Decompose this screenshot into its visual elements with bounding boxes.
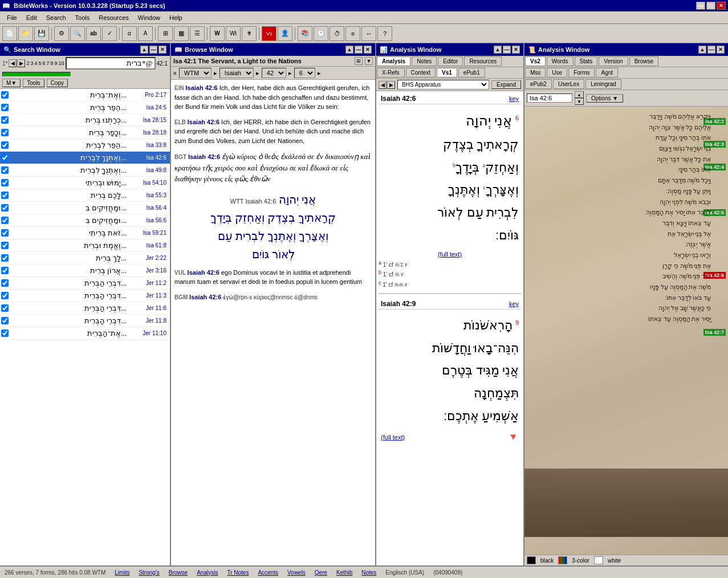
analysis2-up-btn[interactable]: ▲ bbox=[698, 46, 706, 54]
result-checkbox[interactable] bbox=[1, 129, 9, 136]
status-qere[interactable]: Qere bbox=[315, 569, 327, 576]
result-row[interactable]: ...דִּבְרֵי הַבְּרִית Jer 11:8 bbox=[0, 315, 170, 327]
toolbar-save[interactable]: 💾 bbox=[34, 26, 49, 41]
result-row-selected[interactable]: ...וְאֶתְּנָךְ לִבְרִית Isa 42:6 bbox=[0, 152, 170, 164]
browse-minimize-btn[interactable]: — bbox=[355, 46, 363, 54]
result-checkbox[interactable] bbox=[1, 104, 9, 111]
tab-stats[interactable]: Stats bbox=[575, 56, 598, 66]
chapter-dropdown[interactable]: 42 bbox=[262, 68, 286, 78]
tab-editor[interactable]: Editor bbox=[438, 56, 463, 66]
tab-6[interactable]: 7 bbox=[47, 60, 50, 66]
toolbar-vs[interactable]: Vs bbox=[262, 26, 276, 41]
tab-forms[interactable]: Forms bbox=[568, 68, 595, 78]
m-dropdown-btn[interactable]: M▼ bbox=[2, 79, 21, 87]
result-ref[interactable]: Isa 54:10 bbox=[127, 180, 166, 186]
result-ref[interactable]: Isa 42:6 bbox=[127, 154, 166, 161]
toolbar-new[interactable]: 📄 bbox=[2, 26, 17, 41]
result-row[interactable]: ...וְכָפַר בְּרִית Isa 28:18 bbox=[0, 127, 170, 139]
expand-btn[interactable]: Expand bbox=[491, 80, 521, 89]
tab-4[interactable]: 5 bbox=[39, 60, 42, 66]
toolbar-search[interactable]: 🔍 bbox=[70, 26, 85, 41]
verse2-key[interactable]: key bbox=[509, 300, 519, 307]
toolbar-check[interactable]: ✓ bbox=[102, 26, 117, 41]
apparatus-prev-btn[interactable]: ◀ bbox=[379, 81, 387, 89]
tab-1[interactable]: 2 bbox=[26, 60, 29, 66]
status-strongs[interactable]: Strong's bbox=[139, 569, 159, 576]
result-ref[interactable]: Pro 2:17 bbox=[127, 92, 166, 98]
toolbar-cross[interactable]: ✟ bbox=[242, 26, 257, 41]
result-checkbox[interactable] bbox=[1, 267, 9, 274]
tab-9[interactable]: 10 bbox=[59, 60, 64, 66]
result-row[interactable]: ...זֹאת בְּרִיתִי Isa 59:21 bbox=[0, 227, 170, 239]
tab-context[interactable]: Context bbox=[406, 68, 436, 78]
browse-nav-btn[interactable]: ▼ bbox=[365, 57, 373, 65]
result-checkbox[interactable] bbox=[1, 254, 9, 262]
search-window-up[interactable]: ▲ bbox=[140, 46, 148, 54]
result-checkbox[interactable] bbox=[1, 279, 9, 287]
tab-vs1[interactable]: Vs1 bbox=[437, 68, 457, 78]
tab-7[interactable]: 8 bbox=[51, 60, 54, 66]
color-white[interactable] bbox=[594, 556, 603, 564]
tab-version[interactable]: Version bbox=[599, 56, 628, 66]
result-ref[interactable]: Isa 61:8 bbox=[127, 242, 166, 249]
result-row[interactable]: ...הֵפֵר לִבְרִית Isa 33:8 bbox=[0, 139, 170, 152]
result-row[interactable]: ...וְאֶת־בְּרִית Pro 2:17 bbox=[0, 89, 170, 101]
analysis1-close-btn[interactable]: ✕ bbox=[512, 46, 520, 54]
toolbar-help[interactable]: ? bbox=[377, 26, 392, 41]
verse-dropdown[interactable]: 6 bbox=[294, 68, 315, 78]
color-3color[interactable] bbox=[558, 556, 567, 564]
tools-btn[interactable]: Tools bbox=[23, 79, 44, 87]
tab-3[interactable]: 4 bbox=[34, 60, 37, 66]
result-ref[interactable]: Jer 2:22 bbox=[127, 255, 166, 261]
result-ref[interactable]: Isa 49:8 bbox=[127, 167, 166, 173]
close-button[interactable]: ✕ bbox=[717, 2, 726, 10]
result-checkbox[interactable] bbox=[1, 166, 9, 174]
status-notes-bottom[interactable]: Notes bbox=[361, 569, 376, 576]
result-checkbox[interactable] bbox=[1, 229, 9, 237]
toolbar-settings[interactable]: ⚙ bbox=[54, 26, 69, 41]
result-ref[interactable]: Jer 11:3 bbox=[127, 292, 166, 299]
tab-5[interactable]: 6 bbox=[43, 60, 46, 66]
ref-up-btn[interactable]: ▲ bbox=[575, 91, 584, 98]
tab-8[interactable]: 9 bbox=[55, 60, 58, 66]
status-kethib[interactable]: Kethib bbox=[336, 569, 352, 576]
verse1-key[interactable]: key bbox=[509, 95, 519, 102]
result-ref[interactable]: Jer 11:8 bbox=[127, 318, 166, 324]
browse-up-btn[interactable]: ▲ bbox=[345, 46, 353, 54]
toolbar-list[interactable]: ☰ bbox=[190, 26, 205, 41]
tab-mss[interactable]: Mss bbox=[525, 68, 546, 78]
tab-vs2[interactable]: Vs2 bbox=[525, 56, 546, 66]
result-ref[interactable]: Isa 28:15 bbox=[127, 117, 166, 123]
result-row[interactable]: ...וְאֶתֶּנְךָ לִבְרִית Isa 49:8 bbox=[0, 164, 170, 177]
status-browse[interactable]: Browse bbox=[169, 569, 188, 576]
copy-btn[interactable]: Copy bbox=[47, 79, 68, 87]
menu-help[interactable]: Help bbox=[165, 13, 187, 22]
tab-agnt[interactable]: Agnt bbox=[596, 68, 618, 78]
toolbar-clock[interactable]: 🕐 bbox=[314, 26, 328, 41]
toolbar-arrow[interactable]: ↔ bbox=[361, 26, 376, 41]
analysis1-minimize-btn[interactable]: — bbox=[503, 46, 511, 54]
result-checkbox[interactable] bbox=[1, 242, 9, 249]
result-checkbox[interactable] bbox=[1, 292, 9, 299]
toolbar-ref[interactable]: A bbox=[138, 26, 153, 41]
result-row[interactable]: ...אֶת־הַבְּרִית Jer 11:10 bbox=[0, 327, 170, 340]
result-row[interactable]: ...וּמַחֲזִיקִים בִּ Isa 56:4 bbox=[0, 202, 170, 214]
tab-userlex[interactable]: UserLex bbox=[553, 79, 584, 89]
toolbar-timer[interactable]: ⏱ bbox=[330, 26, 344, 41]
result-checkbox[interactable] bbox=[1, 204, 9, 211]
tab-browse[interactable]: Browse bbox=[629, 56, 658, 66]
tab-analysis[interactable]: Analysis bbox=[377, 56, 410, 66]
result-ref[interactable]: Isa 24:5 bbox=[127, 104, 166, 111]
search-window-minimize[interactable]: — bbox=[149, 46, 157, 54]
result-row[interactable]: ...דִּבְרֵי הַבְּרִית Jer 11:3 bbox=[0, 290, 170, 302]
apparatus-select[interactable]: BHS Apparatus BHQ Apparatus bbox=[397, 80, 489, 89]
maximize-button[interactable]: □ bbox=[706, 2, 715, 10]
result-row[interactable]: ...הֵפֵר בְּרִית Isa 24:5 bbox=[0, 101, 170, 114]
result-row[interactable]: ...אֲרוֹן בְּרִית Jer 3:16 bbox=[0, 264, 170, 277]
ref-down-btn[interactable]: ▼ bbox=[575, 98, 584, 105]
tab-use[interactable]: Use bbox=[547, 68, 567, 78]
tab-xrefs[interactable]: X-Refs bbox=[377, 68, 405, 78]
status-limits[interactable]: Limits bbox=[115, 569, 129, 576]
full-text-link-2[interactable]: (full text) bbox=[381, 434, 405, 441]
menu-search[interactable]: Search bbox=[42, 13, 71, 22]
